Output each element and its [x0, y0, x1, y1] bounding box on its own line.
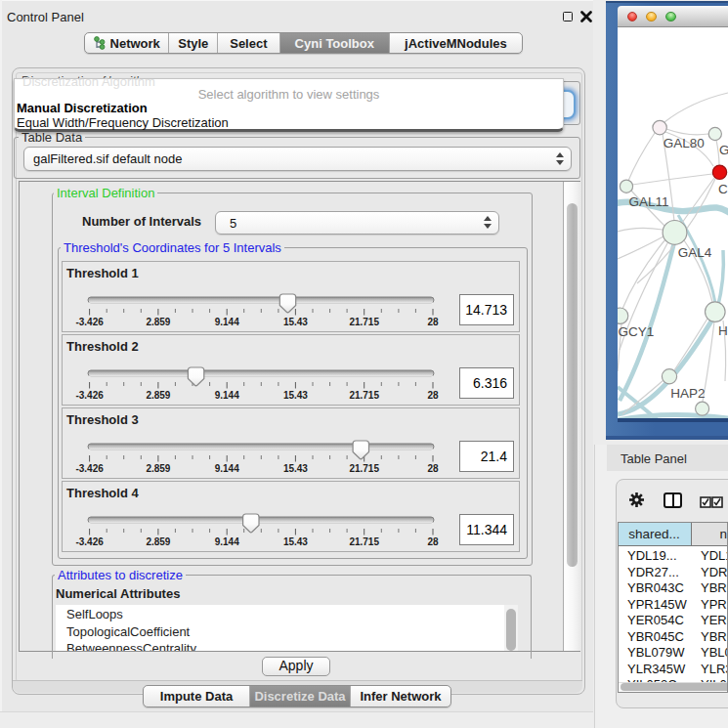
svg-text:H: H [718, 322, 728, 337]
svg-text:GAL80: GAL80 [664, 135, 705, 150]
svg-text:GA: GA [719, 143, 728, 157]
svg-text:GAL4: GAL4 [678, 245, 712, 260]
svg-text:GCY1: GCY1 [619, 324, 655, 339]
svg-text:C: C [718, 182, 728, 196]
svg-text:HAP2: HAP2 [670, 385, 705, 400]
svg-text:GAL11: GAL11 [628, 194, 668, 209]
